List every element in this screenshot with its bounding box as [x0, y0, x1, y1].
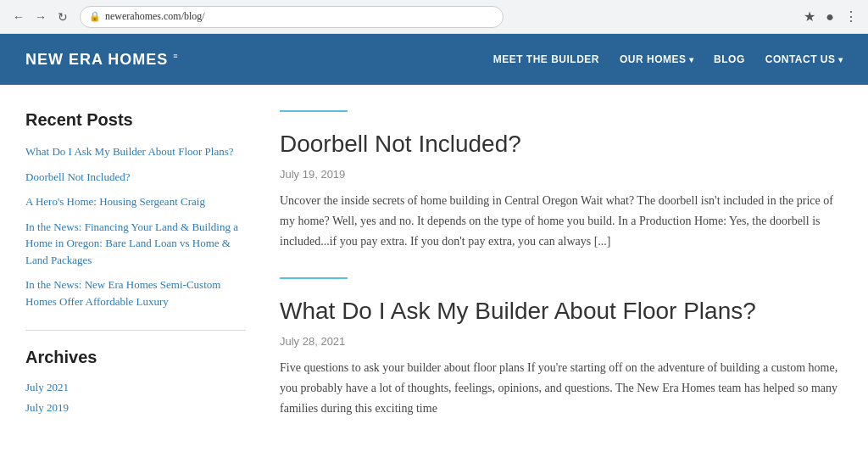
menu-button[interactable]: ⋮ — [844, 8, 858, 25]
post-date-1: July 19, 2019 — [280, 168, 843, 181]
nav-our-homes[interactable]: OUR HOMES — [620, 53, 693, 65]
recent-post-link-3[interactable]: A Hero's Home: Housing Sergeant Craig — [25, 193, 246, 210]
profile-button[interactable]: ● — [826, 9, 834, 25]
archive-link-2[interactable]: July 2019 — [25, 401, 69, 414]
post-separator-2 — [280, 277, 348, 279]
list-item: July 2021 — [25, 381, 246, 394]
list-item: A Hero's Home: Housing Sergeant Craig — [25, 193, 246, 210]
lock-icon: 🔒 — [89, 11, 101, 22]
site-nav: MEET THE BUILDER OUR HOMES BLOG CONTACT … — [493, 53, 843, 65]
back-button[interactable]: ← — [10, 8, 27, 25]
recent-post-link-2[interactable]: Doorbell Not Included? — [25, 169, 246, 186]
site-logo[interactable]: NEW ERA HOMES ≡ — [25, 51, 179, 69]
post-excerpt-1: Uncover the inside secrets of home build… — [280, 191, 843, 251]
browser-nav-buttons: ← → ↻ — [10, 8, 71, 25]
post-separator-1 — [280, 110, 348, 112]
list-item: In the News: Financing Your Land & Build… — [25, 219, 246, 269]
nav-contact-us[interactable]: CONTACT US — [765, 53, 843, 65]
post-title-1: Doorbell Not Included? — [280, 129, 843, 159]
list-item: What Do I Ask My Builder About Floor Pla… — [25, 143, 246, 160]
post-excerpt-2: Five questions to ask your builder about… — [280, 358, 843, 418]
post-title-link-2[interactable]: What Do I Ask My Builder About Floor Pla… — [280, 298, 756, 324]
recent-post-link-1[interactable]: What Do I Ask My Builder About Floor Pla… — [25, 143, 246, 160]
nav-blog[interactable]: BLOG — [714, 53, 745, 65]
main-container: Recent Posts What Do I Ask My Builder Ab… — [0, 85, 868, 452]
recent-posts-list: What Do I Ask My Builder About Floor Pla… — [25, 143, 246, 310]
recent-post-link-5[interactable]: In the News: New Era Homes Semi-Custom H… — [25, 276, 246, 310]
nav-meet-the-builder[interactable]: MEET THE BUILDER — [493, 53, 599, 65]
list-item: July 2019 — [25, 401, 246, 415]
archive-link-1[interactable]: July 2021 — [25, 381, 69, 393]
recent-posts-title: Recent Posts — [25, 110, 246, 130]
url-text: newerahomes.com/blog/ — [105, 10, 205, 23]
sidebar: Recent Posts What Do I Ask My Builder Ab… — [25, 110, 246, 444]
browser-chrome: ← → ↻ 🔒 newerahomes.com/blog/ ★ ● ⋮ — [0, 0, 868, 34]
address-bar[interactable]: 🔒 newerahomes.com/blog/ — [80, 6, 504, 28]
blog-content: Doorbell Not Included? July 19, 2019 Unc… — [280, 110, 843, 444]
archives-title: Archives — [25, 348, 246, 367]
browser-actions: ★ ● ⋮ — [804, 8, 858, 25]
list-item: Doorbell Not Included? — [25, 169, 246, 186]
sidebar-divider — [25, 330, 246, 331]
post-title-link-1[interactable]: Doorbell Not Included? — [280, 131, 521, 157]
post-title-2: What Do I Ask My Builder About Floor Pla… — [280, 296, 843, 326]
forward-button[interactable]: → — [32, 8, 49, 25]
archives-list: July 2021 July 2019 — [25, 381, 246, 415]
recent-post-link-4[interactable]: In the News: Financing Your Land & Build… — [25, 219, 246, 269]
bookmark-button[interactable]: ★ — [804, 8, 815, 25]
site-header: NEW ERA HOMES ≡ MEET THE BUILDER OUR HOM… — [0, 34, 868, 85]
post-date-2: July 28, 2021 — [280, 335, 843, 348]
list-item: In the News: New Era Homes Semi-Custom H… — [25, 276, 246, 310]
refresh-button[interactable]: ↻ — [54, 8, 71, 25]
